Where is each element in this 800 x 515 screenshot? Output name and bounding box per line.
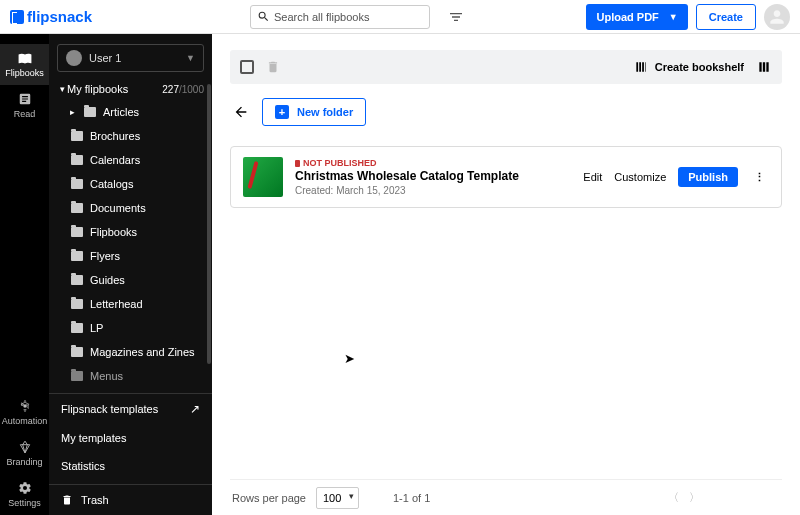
more-menu-icon[interactable]: ⋮ xyxy=(750,171,769,184)
flipbook-count: 227/1000 xyxy=(162,84,204,95)
folder-label: Guides xyxy=(90,274,125,286)
folder-label: LP xyxy=(90,322,103,334)
external-link-icon: ↗ xyxy=(190,402,200,416)
bookshelf-icon xyxy=(633,60,649,74)
trash-icon xyxy=(61,493,73,507)
folder-letterhead[interactable]: Letterhead xyxy=(49,292,212,316)
folder-label: Articles xyxy=(103,106,139,118)
user-selector[interactable]: User 1 ▼ xyxy=(57,44,204,72)
logo-icon xyxy=(10,10,24,24)
folder-flyers[interactable]: Flyers xyxy=(49,244,212,268)
nav-branding[interactable]: Branding xyxy=(0,433,49,474)
folder-icon xyxy=(71,347,83,357)
delete-button[interactable] xyxy=(266,59,280,75)
search-input[interactable]: Search all flipbooks xyxy=(250,5,430,29)
node-label: My flipbooks xyxy=(67,83,128,95)
gear-icon xyxy=(17,481,33,495)
create-bookshelf-button[interactable]: Create bookshelf xyxy=(633,60,744,74)
folder-label: Flyers xyxy=(90,250,120,262)
upload-label: Upload PDF xyxy=(596,11,658,23)
next-page-button[interactable]: 〉 xyxy=(689,490,700,505)
read-icon xyxy=(17,92,33,106)
folder-magazines[interactable]: Magazines and Zines xyxy=(49,340,212,364)
folder-label: Catalogs xyxy=(90,178,133,190)
page-range: 1-1 of 1 xyxy=(393,492,430,504)
folder-calendars[interactable]: Calendars xyxy=(49,148,212,172)
folder-label: Documents xyxy=(90,202,146,214)
pagination: Rows per page 100 1-1 of 1 〈 〉 xyxy=(230,479,782,515)
card-actions: Edit Customize Publish ⋮ xyxy=(583,167,769,187)
back-button[interactable] xyxy=(230,101,252,123)
rows-per-page-label: Rows per page xyxy=(232,492,306,504)
diamond-icon xyxy=(17,440,33,454)
link-label: My templates xyxy=(61,432,126,444)
folder-icon xyxy=(84,107,96,117)
folder-lp[interactable]: LP xyxy=(49,316,212,340)
selection-toolbar: Create bookshelf xyxy=(230,50,782,84)
scrollbar[interactable] xyxy=(207,84,211,364)
folder-flipbooks[interactable]: Flipbooks xyxy=(49,220,212,244)
link-label: Statistics xyxy=(61,460,105,472)
create-button[interactable]: Create xyxy=(696,4,756,30)
user-name: User 1 xyxy=(89,52,121,64)
folder-guides[interactable]: Guides xyxy=(49,268,212,292)
folder-icon xyxy=(71,371,83,381)
button-label: Create bookshelf xyxy=(655,61,744,73)
publish-status: NOT PUBLISHED xyxy=(295,158,571,168)
prev-page-button[interactable]: 〈 xyxy=(668,490,679,505)
folder-tree: ▾ My flipbooks 227/1000 ▸Articles Brochu… xyxy=(49,78,212,393)
link-label: Trash xyxy=(81,494,109,506)
link-flipsnack-templates[interactable]: Flipsnack templates ↗ xyxy=(49,394,212,424)
button-label: New folder xyxy=(297,106,353,118)
select-all-checkbox[interactable] xyxy=(240,60,254,74)
nav-label: Read xyxy=(14,109,36,119)
folder-icon xyxy=(71,323,83,333)
folder-icon xyxy=(71,299,83,309)
folder-label: Brochures xyxy=(90,130,140,142)
filter-icon[interactable] xyxy=(448,9,464,25)
book-icon xyxy=(17,51,33,65)
nav-label: Flipbooks xyxy=(5,68,44,78)
new-folder-button[interactable]: + New folder xyxy=(262,98,366,126)
svg-point-0 xyxy=(23,404,27,408)
nav-label: Automation xyxy=(2,416,48,426)
flipbook-card[interactable]: NOT PUBLISHED Christmas Wholesale Catalo… xyxy=(230,146,782,208)
folder-icon xyxy=(71,251,83,261)
view-toggle[interactable] xyxy=(756,60,772,74)
my-flipbooks-node[interactable]: ▾ My flipbooks 227/1000 xyxy=(49,78,212,100)
folder-documents[interactable]: Documents xyxy=(49,196,212,220)
folder-brochures[interactable]: Brochures xyxy=(49,124,212,148)
rows-per-page-select[interactable]: 100 xyxy=(316,487,359,509)
nav-settings[interactable]: Settings xyxy=(0,474,49,515)
chevron-down-icon: ▾ xyxy=(57,84,67,94)
upload-pdf-button[interactable]: Upload PDF ▼ xyxy=(586,4,687,30)
folder-icon xyxy=(71,275,83,285)
nav-automation[interactable]: Automation xyxy=(0,392,49,433)
publish-button[interactable]: Publish xyxy=(678,167,738,187)
link-label: Flipsnack templates xyxy=(61,403,158,415)
folder-menus[interactable]: Menus xyxy=(49,364,212,388)
link-my-templates[interactable]: My templates xyxy=(49,424,212,452)
folder-label: Menus xyxy=(90,370,123,382)
flipbook-thumbnail xyxy=(243,157,283,197)
actions-row: + New folder xyxy=(230,98,782,126)
folder-articles[interactable]: ▸Articles xyxy=(49,100,212,124)
plus-icon: + xyxy=(275,105,289,119)
chevron-right-icon: ▸ xyxy=(67,107,77,117)
caret-down-icon: ▼ xyxy=(669,12,678,22)
brand-logo[interactable]: flipsnack xyxy=(10,8,92,25)
nav-rail: Flipbooks Read Automation Branding Setti… xyxy=(0,34,49,515)
nav-flipbooks[interactable]: Flipbooks xyxy=(0,44,49,85)
status-dot-icon xyxy=(295,160,300,167)
folder-icon xyxy=(71,203,83,213)
app-body: Flipbooks Read Automation Branding Setti… xyxy=(0,34,800,515)
user-avatar[interactable] xyxy=(764,4,790,30)
customize-link[interactable]: Customize xyxy=(614,171,666,183)
nav-read[interactable]: Read xyxy=(0,85,49,126)
folder-label: Flipbooks xyxy=(90,226,137,238)
folder-catalogs[interactable]: Catalogs xyxy=(49,172,212,196)
edit-link[interactable]: Edit xyxy=(583,171,602,183)
link-trash[interactable]: Trash xyxy=(49,484,212,515)
back-arrow-icon xyxy=(233,104,249,120)
user-avatar-small xyxy=(66,50,82,66)
